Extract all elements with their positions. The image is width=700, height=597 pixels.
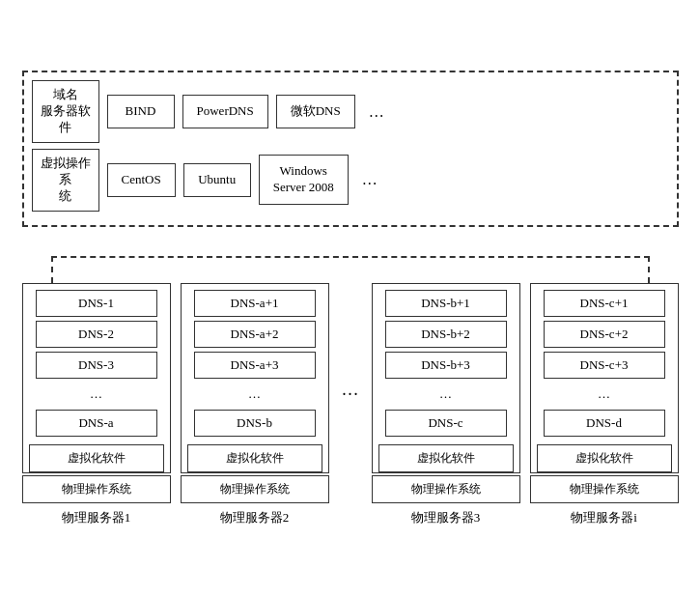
dns-2-2: DNS-a+2 (194, 321, 316, 348)
servers-section: DNS-1 DNS-2 DNS-3 … DNS-a 虚拟化软件 物理操作系统 物… (22, 283, 679, 526)
dns-software-row: 域名 服务器软件 BIND PowerDNS 微软DNS … (32, 80, 669, 143)
virt-label-1: 虚拟化软件 (29, 444, 164, 472)
virt-label-3: 虚拟化软件 (378, 444, 514, 472)
server-footer-1: 物理服务器1 (62, 509, 131, 526)
server-col-3: DNS-b+1 DNS-b+2 DNS-b+3 … DNS-c 虚拟化软件 物理… (372, 283, 520, 526)
middle-ellipsis: … (342, 380, 359, 400)
ellipsis-1: … (363, 103, 390, 121)
server-3-inner: DNS-b+1 DNS-b+2 DNS-b+3 … DNS-c 虚拟化软件 (372, 283, 520, 473)
dns-software-items: BIND PowerDNS 微软DNS … (99, 80, 669, 143)
dns-2-1: DNS-a+1 (194, 290, 316, 317)
server-1-inner: DNS-1 DNS-2 DNS-3 … DNS-a 虚拟化软件 (22, 283, 171, 473)
dns-i-d: DNS-d (544, 410, 665, 437)
server-col-i: DNS-c+1 DNS-c+2 DNS-c+3 … DNS-d 虚拟化软件 物理… (530, 283, 679, 526)
dns-1-2: DNS-2 (36, 321, 157, 348)
bracket-horiz (51, 256, 650, 258)
dns-software-label: 域名 服务器软件 (32, 80, 99, 143)
dots-1: … (90, 383, 102, 406)
dns-1-1: DNS-1 (36, 290, 157, 317)
dots-3: … (439, 383, 452, 406)
top-section: 域名 服务器软件 BIND PowerDNS 微软DNS … 虚拟操作系统 Ce… (22, 71, 679, 226)
dns-i-3: DNS-c+3 (544, 352, 665, 379)
server-col-1: DNS-1 DNS-2 DNS-3 … DNS-a 虚拟化软件 物理操作系统 物… (22, 283, 171, 526)
ellipsis-2: … (356, 171, 383, 188)
dots-2: … (248, 383, 261, 406)
dns-3-1: DNS-b+1 (385, 290, 507, 317)
item-ubuntu: Ubuntu (183, 163, 251, 197)
server-i-inner: DNS-c+1 DNS-c+2 DNS-c+3 … DNS-d 虚拟化软件 (530, 283, 679, 473)
server-2-inner: DNS-a+1 DNS-a+2 DNS-a+3 … DNS-b 虚拟化软件 (181, 283, 329, 473)
phys-label-1: 物理操作系统 (22, 475, 171, 503)
dns-3-2: DNS-b+2 (385, 321, 507, 348)
dns-3-c: DNS-c (385, 410, 507, 437)
dns-2-b: DNS-b (194, 410, 316, 437)
phys-label-3: 物理操作系统 (372, 475, 520, 503)
dns-1-3: DNS-3 (36, 352, 157, 379)
virtual-os-label: 虚拟操作系统 (32, 149, 99, 212)
dns-i-1: DNS-c+1 (544, 290, 665, 317)
server-footer-i: 物理服务器i (571, 509, 637, 526)
dns-1-a: DNS-a (36, 410, 157, 437)
dns-3-3: DNS-b+3 (385, 352, 507, 379)
phys-label-i: 物理操作系统 (530, 475, 679, 503)
bracket-right (648, 256, 650, 283)
virt-label-i: 虚拟化软件 (537, 444, 672, 472)
bracket-lines (22, 256, 679, 283)
item-windows: Windows Server 2008 (259, 155, 349, 205)
dots-i: … (598, 383, 610, 406)
virt-label-2: 虚拟化软件 (187, 444, 322, 472)
phys-label-2: 物理操作系统 (181, 475, 329, 503)
bracket-left (51, 256, 53, 283)
item-powerdns: PowerDNS (182, 95, 268, 128)
virtual-os-row: 虚拟操作系统 CentOS Ubuntu Windows Server 2008… (32, 149, 669, 212)
diagram: 域名 服务器软件 BIND PowerDNS 微软DNS … 虚拟操作系统 Ce… (22, 71, 679, 526)
virtual-os-items: CentOS Ubuntu Windows Server 2008 … (99, 149, 669, 212)
middle-ellipsis-col: … (339, 283, 362, 400)
item-centos: CentOS (107, 163, 176, 197)
item-bind: BIND (107, 95, 175, 128)
server-col-2: DNS-a+1 DNS-a+2 DNS-a+3 … DNS-b 虚拟化软件 物理… (181, 283, 329, 526)
server-footer-3: 物理服务器3 (411, 509, 481, 526)
dns-i-2: DNS-c+2 (544, 321, 665, 348)
server-footer-2: 物理服务器2 (220, 509, 290, 526)
item-microsoftdns: 微软DNS (276, 95, 355, 128)
dns-2-3: DNS-a+3 (194, 352, 316, 379)
